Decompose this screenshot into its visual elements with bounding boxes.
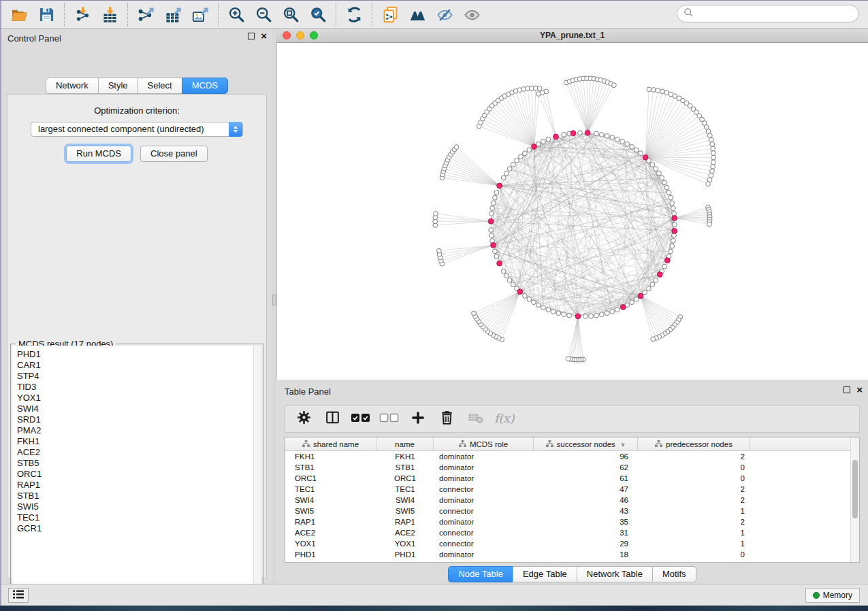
mcds-result-item[interactable]: YOX1 (17, 393, 261, 403)
add-row-button[interactable] (405, 408, 431, 430)
mcds-list-scrollbar[interactable] (253, 346, 261, 593)
float-table-panel-icon[interactable] (843, 386, 850, 393)
column-header-name[interactable]: name (376, 437, 434, 451)
mcds-result-item[interactable]: SWI4 (17, 403, 261, 414)
minimize-window-icon[interactable] (296, 31, 304, 39)
close-panel-button[interactable]: Close panel (140, 146, 208, 162)
tab-mcds[interactable]: MCDS (182, 78, 228, 94)
table-row[interactable]: ORC1ORC1dominator610 (285, 473, 859, 484)
tab-style[interactable]: Style (98, 78, 138, 94)
table-row[interactable]: YOX1YOX1connector291 (285, 538, 859, 549)
close-panel-icon[interactable]: × (261, 33, 267, 39)
tab-network-table[interactable]: Network Table (577, 566, 652, 582)
table-scrollbar-thumb[interactable] (852, 460, 858, 518)
zoom-selected-icon (309, 5, 327, 24)
open-file-button[interactable] (5, 3, 33, 26)
network-canvas[interactable] (276, 43, 868, 380)
mcds-result-item[interactable]: RAP1 (17, 480, 261, 491)
zoom-selected-button[interactable] (304, 3, 332, 26)
fx-icon: f(x) (492, 409, 515, 429)
delete-row-button[interactable] (434, 408, 460, 430)
import-network-icon (74, 5, 92, 24)
table-row[interactable]: RAP1RAP1dominator352 (285, 516, 859, 527)
search-box[interactable] (677, 5, 859, 22)
mcds-result-item[interactable]: TID3 (17, 382, 261, 393)
mcds-result-item[interactable]: FKH1 (17, 436, 261, 447)
table-cell: FKH1 (376, 451, 434, 462)
maximize-window-icon[interactable] (310, 31, 318, 39)
column-header-predecessor-nodes[interactable]: predecessor nodes (638, 437, 750, 451)
task-history-button[interactable] (8, 588, 29, 603)
mcds-result-item[interactable]: GCR1 (17, 523, 261, 534)
table-cell: 96 (534, 451, 638, 462)
mcds-result-item[interactable]: STB5 (17, 458, 261, 469)
mcds-result-item[interactable]: STB1 (17, 491, 261, 501)
clone-network-button[interactable] (376, 3, 404, 26)
table-row[interactable]: FKH1FKH1dominator962 (285, 451, 859, 462)
export-image-icon (191, 5, 210, 24)
float-panel-icon[interactable] (248, 33, 255, 39)
tab-select[interactable]: Select (138, 78, 182, 94)
import-network-button[interactable] (69, 3, 96, 26)
control-panel: Control Panel × NetworkStyleSelectMCDS O… (1, 29, 272, 584)
memory-button[interactable]: Memory (805, 588, 860, 603)
export-table-button[interactable] (159, 3, 187, 26)
mcds-result-item[interactable]: SRD1 (17, 414, 261, 425)
tab-network[interactable]: Network (46, 78, 98, 94)
export-network-button[interactable] (132, 3, 159, 26)
toolbar-separator (127, 3, 128, 26)
mcds-result-item[interactable]: ACE2 (17, 447, 261, 458)
tab-motifs[interactable]: Motifs (652, 566, 696, 582)
table-row[interactable]: SWI5SWI5connector431 (285, 506, 859, 516)
tab-edge-table[interactable]: Edge Table (513, 566, 577, 582)
refresh-button[interactable] (340, 3, 368, 26)
mcds-result-list[interactable]: PHD1CAR1STP4TID3YOX1SWI4SRD1PMA2FKH1ACE2… (12, 346, 261, 593)
table-toolbar: f(x) (285, 405, 860, 433)
select-all-rows-button[interactable] (348, 408, 374, 430)
zoom-out-button[interactable] (250, 3, 277, 26)
close-window-icon[interactable] (283, 31, 291, 39)
mcds-result-item[interactable]: STP4 (17, 371, 261, 382)
mcds-result-item[interactable]: ORC1 (17, 469, 261, 480)
zoom-fit-button[interactable] (277, 3, 304, 26)
import-table-button[interactable] (96, 3, 123, 26)
search-icon (684, 7, 694, 20)
table-cell: connector (434, 506, 534, 516)
network-titlebar[interactable]: YPA_prune.txt_1 (276, 29, 868, 43)
save-session-button[interactable] (33, 3, 60, 26)
export-image-button[interactable] (187, 3, 214, 26)
mcds-result-item[interactable]: PMA2 (17, 425, 261, 436)
close-table-panel-icon[interactable]: × (856, 386, 863, 393)
table-row[interactable]: TEC1TEC1connector472 (285, 484, 859, 495)
first-neighbors-button[interactable] (404, 3, 431, 26)
deselect-all-rows-button[interactable] (376, 408, 402, 430)
search-input[interactable] (697, 7, 858, 20)
mcds-result-item[interactable]: PHD1 (17, 349, 261, 360)
column-header-successor-nodes[interactable]: successor nodes∨ (534, 437, 638, 451)
table-scrollbar[interactable] (850, 437, 859, 563)
mcds-result-item[interactable]: CAR1 (17, 360, 261, 371)
table-row[interactable]: ACE2ACE2connector311 (285, 527, 859, 538)
tab-node-table[interactable]: Node Table (448, 566, 513, 582)
column-header-MCDS-role[interactable]: MCDS role (434, 437, 534, 451)
table-settings-button[interactable] (291, 408, 317, 430)
toolbar-separator (372, 3, 372, 26)
table-cell: 47 (534, 484, 638, 495)
column-header-shared-name[interactable]: shared name (285, 437, 376, 451)
show-all-button[interactable] (458, 3, 485, 26)
table-cell: YOX1 (376, 538, 434, 549)
mcds-result-item[interactable]: SWI5 (17, 501, 261, 512)
table-cell: FKH1 (285, 451, 376, 462)
mcds-result-item[interactable]: TEC1 (17, 512, 261, 523)
table-cell: YOX1 (285, 538, 376, 549)
table-cell: 61 (534, 473, 638, 484)
run-mcds-button[interactable]: Run MCDS (66, 146, 131, 162)
column-chooser-button[interactable] (319, 408, 345, 430)
table-row[interactable]: STB1STB1dominator620 (285, 462, 859, 473)
table-row[interactable]: SWI4SWI4dominator462 (285, 495, 859, 506)
zoom-in-button[interactable] (223, 3, 250, 26)
criterion-dropdown[interactable]: largest connected component (undirected) (31, 122, 243, 137)
hide-selected-button[interactable] (431, 3, 458, 26)
table-row[interactable]: PHD1PHD1dominator180 (285, 549, 859, 560)
table-cell: 1 (638, 506, 750, 516)
